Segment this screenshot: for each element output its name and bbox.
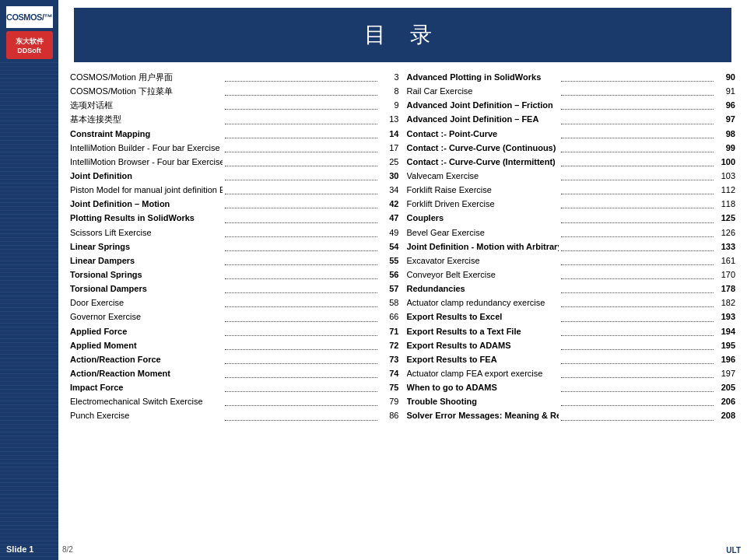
toc-entry[interactable]: Joint Definition30 (70, 169, 399, 183)
toc-entry-page: 133 (716, 240, 735, 254)
toc-entry-title: Rail Car Exercise (407, 84, 559, 98)
toc-entry[interactable]: COSMOS/Motion 下拉菜单8 (70, 84, 399, 98)
toc-entry[interactable]: IntelliMotion Browser - Four bar Exercis… (70, 155, 399, 169)
toc-entry[interactable]: Valvecam Exercise103 (407, 169, 736, 183)
toc-entry[interactable]: Punch Exercise86 (70, 408, 399, 422)
toc-entry-dots (225, 183, 377, 194)
toc-entry-title: Bevel Gear Exercise (407, 226, 559, 240)
toc-entry-page: 55 (380, 254, 399, 268)
toc-entry[interactable]: Joint Definition - Motion with Arbitrary… (407, 240, 736, 254)
toc-entry-dots (225, 282, 377, 293)
toc-entry[interactable]: Export Results to Excel193 (407, 310, 736, 324)
toc-entry-title: When to go to ADAMS (407, 380, 559, 394)
toc-entry[interactable]: Couplers125 (407, 211, 736, 225)
ult-logo: ULT (726, 546, 741, 555)
toc-entry[interactable]: 选项对话框9 (70, 98, 399, 112)
toc-entry[interactable]: Export Results to a Text File194 (407, 324, 736, 338)
toc-entry-page: 97 (716, 112, 735, 126)
toc-entry[interactable]: Contact :- Curve-Curve (Continuous)99 (407, 141, 736, 155)
toc-entry[interactable]: Torsional Dampers57 (70, 282, 399, 296)
toc-entry-dots (561, 282, 714, 293)
toc-entry-dots (225, 141, 377, 152)
toc-entry[interactable]: Impact Force75 (70, 380, 399, 394)
toc-entry[interactable]: Trouble Shooting206 (407, 394, 736, 408)
toc-entry[interactable]: Forklift Raise Exercise112 (407, 183, 736, 197)
cosmos-logo: COSMOS/™ (6, 6, 53, 28)
toc-entry-page: 86 (380, 408, 399, 422)
toc-entry-dots (561, 324, 714, 336)
toc-entry[interactable]: Actuator clamp redundancy exercise182 (407, 296, 736, 310)
toc-entry-page: 91 (716, 84, 735, 98)
toc-entry-title: Actuator clamp redundancy exercise (407, 296, 559, 310)
toc-entry[interactable]: Bevel Gear Exercise126 (407, 226, 736, 240)
toc-entry[interactable]: Electromechanical Switch Exercise79 (70, 394, 399, 408)
toc-entry[interactable]: Rail Car Exercise91 (407, 84, 736, 98)
toc-entry-page: 72 (380, 338, 399, 352)
toc-entry-title: Action/Reaction Moment (70, 366, 223, 380)
toc-entry[interactable]: Joint Definition – Motion42 (70, 197, 399, 211)
toc-entry-page: 178 (716, 282, 735, 296)
toc-entry[interactable]: Solver Error Messages: Meaning & Resolvi… (407, 408, 736, 422)
toc-entry[interactable]: Constraint Mapping14 (70, 127, 399, 141)
toc-entry-page: 161 (716, 254, 735, 268)
toc-entry[interactable]: Contact :- Point-Curve98 (407, 127, 736, 141)
toc-entry-title: Constraint Mapping (70, 127, 223, 141)
toc-entry[interactable]: Forklift Driven Exercise118 (407, 197, 736, 211)
toc-entry[interactable]: Door Exercise58 (70, 296, 399, 310)
toc-entry-page: 14 (380, 127, 399, 141)
toc-entry-dots (561, 226, 714, 237)
toc-entry[interactable]: Scissors Lift Exercise49 (70, 226, 399, 240)
toc-entry[interactable]: Actuator clamp FEA export exercise197 (407, 366, 736, 380)
toc-entry-page: 47 (380, 211, 399, 225)
toc-entry[interactable]: Applied Moment72 (70, 338, 399, 352)
toc-entry-page: 17 (380, 141, 399, 155)
toc-entry-title: Joint Definition - Motion with Arbitrary… (407, 240, 559, 254)
toc-entry-dots (225, 98, 377, 110)
toc-entry-dots (225, 338, 377, 350)
toc-entry-title: Actuator clamp FEA export exercise (407, 366, 559, 380)
toc-entry-title: Advanced Joint Definition – Friction (407, 98, 559, 112)
toc-entry-title: Export Results to a Text File (407, 324, 559, 338)
toc-entry[interactable]: Plotting Results in SolidWorks47 (70, 211, 399, 225)
toc-entry[interactable]: Advanced Joint Definition – FEA97 (407, 112, 736, 126)
toc-entry[interactable]: Torsional Springs56 (70, 268, 399, 282)
toc-entry[interactable]: COSMOS/Motion 用户界面3 (70, 70, 399, 84)
toc-entry[interactable]: Piston Model for manual joint definition… (70, 183, 399, 197)
toc-entry-page: 49 (380, 226, 399, 240)
toc-entry-page: 71 (380, 324, 399, 338)
toc-entry-dots (561, 169, 714, 180)
toc-entry[interactable]: Conveyor Belt Exercise170 (407, 268, 736, 282)
toc-entry-dots (225, 268, 377, 279)
sidebar-pattern (0, 62, 58, 560)
toc-entry[interactable]: Advanced Plotting in SolidWorks90 (407, 70, 736, 84)
toc-entry-title: Linear Springs (70, 240, 223, 254)
toc-entry[interactable]: Applied Force71 (70, 324, 399, 338)
toc-entry[interactable]: Governor Exercise66 (70, 310, 399, 324)
toc-entry[interactable]: Action/Reaction Force73 (70, 352, 399, 366)
toc-entry[interactable]: Export Results to ADAMS195 (407, 338, 736, 352)
toc-area: COSMOS/Motion 用户界面3COSMOS/Motion 下拉菜单8选项… (70, 70, 735, 537)
toc-entry-title: Couplers (407, 211, 559, 225)
toc-entry-dots (225, 310, 377, 321)
toc-entry-title: Contact :- Point-Curve (407, 127, 559, 141)
toc-entry-dots (561, 296, 714, 307)
toc-entry[interactable]: Action/Reaction Moment74 (70, 366, 399, 380)
toc-entry[interactable]: Linear Dampers55 (70, 254, 399, 268)
toc-entry-page: 170 (716, 268, 735, 282)
toc-entry[interactable]: When to go to ADAMS205 (407, 380, 736, 394)
toc-entry[interactable]: IntelliMotion Builder - Four bar Exercis… (70, 141, 399, 155)
toc-entry[interactable]: Linear Springs54 (70, 240, 399, 254)
toc-entry-dots (225, 324, 377, 336)
toc-entry-title: Joint Definition – Motion (70, 197, 223, 211)
toc-entry-title: Electromechanical Switch Exercise (70, 394, 223, 408)
toc-entry[interactable]: Advanced Joint Definition – Friction96 (407, 98, 736, 112)
toc-entry-title: Export Results to Excel (407, 310, 559, 324)
toc-entry[interactable]: Contact :- Curve-Curve (Intermittent)100 (407, 155, 736, 169)
toc-entry-dots (225, 155, 377, 166)
ult-text: ULT (726, 546, 741, 555)
toc-entry[interactable]: Export Results to FEA196 (407, 352, 736, 366)
toc-entry[interactable]: Excavator Exercise161 (407, 254, 736, 268)
toc-entry[interactable]: Redundancies178 (407, 282, 736, 296)
toc-entry-title: Export Results to FEA (407, 352, 559, 366)
toc-entry[interactable]: 基本连接类型13 (70, 112, 399, 126)
